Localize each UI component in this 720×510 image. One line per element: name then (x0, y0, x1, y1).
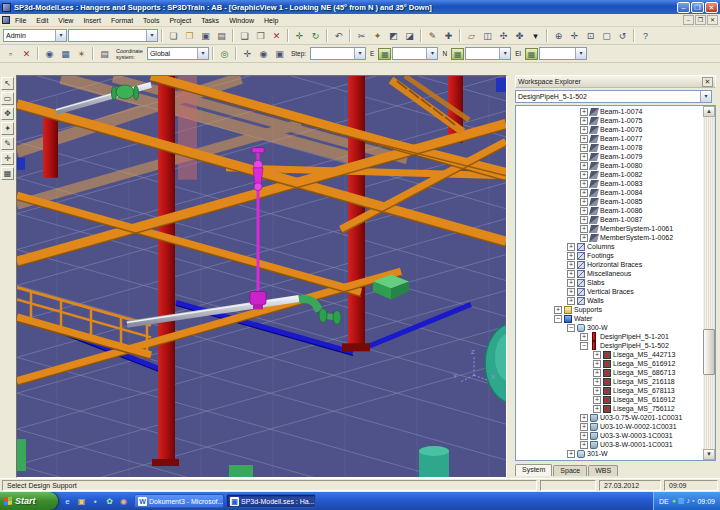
tree-expander-icon[interactable]: + (580, 441, 588, 449)
scheduler-tray-icon[interactable]: ▪ (692, 497, 694, 505)
tree-item[interactable]: +Beam-1-0075 (516, 116, 715, 125)
extend-icon[interactable]: ✦ (370, 29, 385, 43)
tree-item[interactable]: +U03-3-W-0003-1C0031 (516, 431, 715, 440)
tree-expander-icon[interactable]: + (580, 144, 588, 152)
tree-expander-icon[interactable]: + (593, 360, 601, 368)
tree-item[interactable]: +Beam-1-0074 (516, 107, 715, 116)
view-style-icon[interactable]: ◫ (480, 29, 495, 43)
sketch-icon[interactable]: ✎ (1, 137, 14, 150)
delete-task-icon[interactable]: ✕ (19, 47, 34, 61)
tree-expander-icon[interactable]: + (567, 261, 575, 269)
mdi-minimize-button[interactable]: – (683, 15, 694, 25)
tree-item[interactable]: +301-W (516, 449, 715, 458)
tree-item[interactable]: +Slabs (516, 278, 715, 287)
tree-expander-icon[interactable]: + (593, 369, 601, 377)
ie-icon[interactable]: e (61, 495, 74, 508)
options-icon[interactable]: ▤ (97, 47, 112, 61)
tab-space[interactable]: Space (553, 465, 587, 476)
print-icon[interactable]: ▤ (214, 29, 229, 43)
smart-select-icon[interactable]: ✦ (1, 122, 14, 135)
minimize-button[interactable]: – (677, 2, 690, 13)
tree-item[interactable]: +Lisega_MS_756112 (516, 404, 715, 413)
help-icon[interactable]: ? (638, 29, 653, 43)
tree-expander-icon[interactable]: − (567, 324, 575, 332)
menu-help[interactable]: Help (259, 17, 283, 24)
tree-expander-icon[interactable]: + (580, 171, 588, 179)
tree-expander-icon[interactable]: + (554, 306, 562, 314)
zoom-area-icon[interactable]: ⊡ (583, 29, 598, 43)
tree-item[interactable]: +Beam-1-0077 (516, 134, 715, 143)
workspace-filter-combo[interactable]: DesignPipeH_5-1-502 ▾ (515, 90, 712, 103)
rotate-icon[interactable]: ↻ (308, 29, 323, 43)
move-icon[interactable]: ✛ (292, 29, 307, 43)
blue-member-top-right[interactable] (496, 78, 506, 92)
tree-expander-icon[interactable]: + (567, 279, 575, 287)
tree-item[interactable]: +U03-0.75-W-0201-1C0031 (516, 413, 715, 422)
folder-icon[interactable]: ▣ (75, 495, 88, 508)
tree-expander-icon[interactable]: + (593, 387, 601, 395)
tree-expander-icon[interactable]: + (580, 432, 588, 440)
tree-item[interactable]: −DesignPipeH_5-1-502 (516, 341, 715, 350)
tree-expander-icon[interactable]: + (580, 216, 588, 224)
tree-scrollbar[interactable]: ▲ ▼ (703, 106, 715, 460)
start-button[interactable]: Start (0, 492, 58, 510)
close-task-icon[interactable]: ▫ (3, 47, 18, 61)
tree-item[interactable]: +Walls (516, 296, 715, 305)
snap-grid-icon[interactable]: ▦ (58, 47, 73, 61)
tree-item[interactable]: +Beam-1-0087 (516, 215, 715, 224)
msn-icon[interactable]: ✿ (103, 495, 116, 508)
tree-expander-icon[interactable]: + (580, 117, 588, 125)
tree-expander-icon[interactable]: + (580, 180, 588, 188)
undo-icon[interactable]: ↶ (331, 29, 346, 43)
tree-item[interactable]: +Lisega_MS_616912 (516, 359, 715, 368)
tree-expander-icon[interactable]: + (593, 351, 601, 359)
task-button[interactable]: WDokument3 - Microsof... (134, 494, 224, 508)
trim-icon[interactable]: ✂ (354, 29, 369, 43)
antivirus-tray-icon[interactable]: ● (672, 497, 676, 505)
tree-expander-icon[interactable]: − (580, 342, 588, 350)
chevron-down-icon[interactable]: ▾ (55, 30, 66, 41)
copy-icon[interactable]: ❑ (237, 29, 252, 43)
chevron-down-icon[interactable]: ▾ (426, 48, 437, 59)
tree-item[interactable]: +Beam-1-0079 (516, 152, 715, 161)
tree-expander-icon[interactable]: + (580, 126, 588, 134)
volume-tray-icon[interactable]: ♪ (686, 497, 690, 505)
tree-expander-icon[interactable]: + (580, 108, 588, 116)
media-icon[interactable]: ◉ (117, 495, 130, 508)
measure-tool-icon[interactable]: ✛ (1, 152, 14, 165)
menu-tools[interactable]: Tools (138, 17, 164, 24)
tree-expander-icon[interactable]: − (554, 315, 562, 323)
render-icon[interactable]: ✤ (512, 29, 527, 43)
menu-edit[interactable]: Edit (31, 17, 53, 24)
tree-item[interactable]: +Beam-1-0082 (516, 170, 715, 179)
tree-expander-icon[interactable]: + (567, 297, 575, 305)
relative-tracking-icon[interactable]: ◉ (256, 47, 271, 61)
task-button[interactable]: ▣SP3d-Modell.ses : Ha... (226, 494, 316, 508)
tree-item[interactable]: +Beam-1-0084 (516, 188, 715, 197)
north-field-combo[interactable]: ▾ (465, 47, 511, 60)
tree-item[interactable]: +Beam-1-0086 (516, 206, 715, 215)
menu-format[interactable]: Format (106, 17, 138, 24)
set-target-icon[interactable]: ▣ (272, 47, 287, 61)
tree-expander-icon[interactable]: + (580, 423, 588, 431)
elevation-field-combo[interactable]: ▾ (539, 47, 587, 60)
tree-item[interactable]: +Beam-1-0078 (516, 143, 715, 152)
fit-icon[interactable]: ▢ (599, 29, 614, 43)
target-icon[interactable]: ◎ (217, 47, 232, 61)
chevron-down-icon[interactable]: ▾ (146, 30, 157, 41)
tree-item[interactable]: +Lisega_MS_678113 (516, 386, 715, 395)
tree-item[interactable]: +MemberSystem-1-0061 (516, 224, 715, 233)
restore-button[interactable]: ❐ (691, 2, 704, 13)
select-arrow-icon[interactable]: ↖ (1, 77, 14, 90)
mdi-restore-button[interactable]: ❐ (695, 15, 706, 25)
tree-expander-icon[interactable]: + (580, 189, 588, 197)
tree-expander-icon[interactable]: + (580, 162, 588, 170)
tree-item[interactable]: +Footings (516, 251, 715, 260)
pinpoint-icon[interactable]: ✛ (240, 47, 255, 61)
grid-tool-icon[interactable]: ▦ (1, 167, 14, 180)
tab-wbs[interactable]: WBS (588, 465, 618, 476)
tree-expander-icon[interactable]: + (593, 396, 601, 404)
permission-group-combo[interactable]: Admin▾ (3, 29, 67, 42)
menu-project[interactable]: Project (164, 17, 196, 24)
locate-point-icon[interactable]: ◉ (42, 47, 57, 61)
